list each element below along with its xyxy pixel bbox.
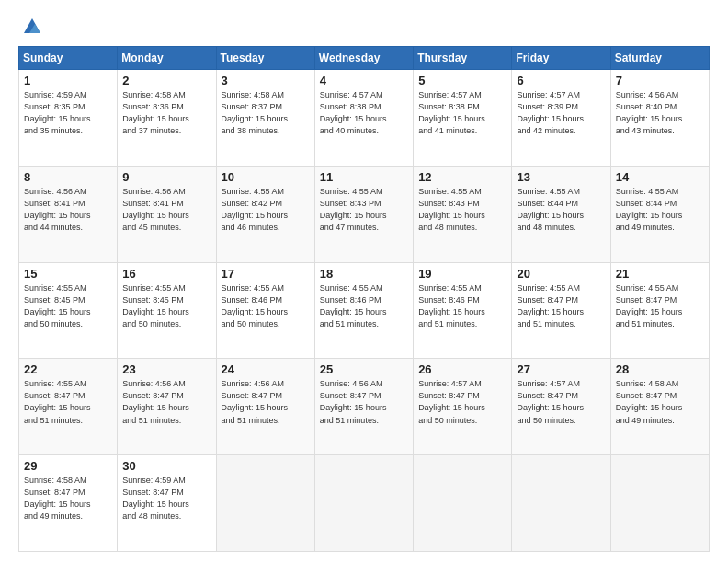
day-number: 9 <box>122 170 210 184</box>
calendar-cell: 14 Sunrise: 4:55 AMSunset: 8:44 PMDaylig… <box>610 166 709 262</box>
day-info: Sunrise: 4:56 AMSunset: 8:47 PMDaylight:… <box>122 379 189 424</box>
day-info: Sunrise: 4:59 AMSunset: 8:47 PMDaylight:… <box>122 476 189 521</box>
calendar-cell: 21 Sunrise: 4:55 AMSunset: 8:47 PMDaylig… <box>610 262 709 359</box>
calendar-cell: 8 Sunrise: 4:56 AMSunset: 8:41 PMDayligh… <box>19 166 118 262</box>
day-number: 2 <box>122 74 210 87</box>
calendar-cell: 2 Sunrise: 4:58 AMSunset: 8:36 PMDayligh… <box>118 70 216 167</box>
day-info: Sunrise: 4:57 AMSunset: 8:47 PMDaylight:… <box>517 379 584 424</box>
calendar-cell: 7 Sunrise: 4:56 AMSunset: 8:40 PMDayligh… <box>610 70 709 167</box>
day-number: 26 <box>418 362 506 376</box>
day-info: Sunrise: 4:55 AMSunset: 8:46 PMDaylight:… <box>320 283 387 328</box>
calendar-cell: 10 Sunrise: 4:55 AMSunset: 8:42 PMDaylig… <box>216 166 314 262</box>
calendar-week-row: 1 Sunrise: 4:59 AMSunset: 8:35 PMDayligh… <box>19 70 710 167</box>
calendar-cell: 19 Sunrise: 4:55 AMSunset: 8:46 PMDaylig… <box>414 262 512 359</box>
day-number: 10 <box>222 170 310 184</box>
day-number: 28 <box>616 362 704 376</box>
day-number: 19 <box>418 267 506 281</box>
day-info: Sunrise: 4:57 AMSunset: 8:38 PMDaylight:… <box>418 90 485 135</box>
day-number: 23 <box>122 362 210 376</box>
day-info: Sunrise: 4:55 AMSunset: 8:45 PMDaylight:… <box>122 283 189 328</box>
day-info: Sunrise: 4:55 AMSunset: 8:47 PMDaylight:… <box>24 379 91 424</box>
day-number: 13 <box>517 170 605 184</box>
calendar-cell: 23 Sunrise: 4:56 AMSunset: 8:47 PMDaylig… <box>118 359 216 455</box>
day-number: 18 <box>320 267 408 281</box>
calendar-cell: 28 Sunrise: 4:58 AMSunset: 8:47 PMDaylig… <box>610 359 709 455</box>
calendar-header-row: SundayMondayTuesdayWednesdayThursdayFrid… <box>19 47 710 70</box>
calendar-cell: 15 Sunrise: 4:55 AMSunset: 8:45 PMDaylig… <box>19 262 118 359</box>
calendar-week-row: 15 Sunrise: 4:55 AMSunset: 8:45 PMDaylig… <box>19 262 710 359</box>
day-info: Sunrise: 4:56 AMSunset: 8:47 PMDaylight:… <box>320 379 387 424</box>
day-number: 15 <box>24 267 112 281</box>
day-number: 12 <box>418 170 506 184</box>
calendar-cell: 1 Sunrise: 4:59 AMSunset: 8:35 PMDayligh… <box>19 70 118 167</box>
calendar-cell: 18 Sunrise: 4:55 AMSunset: 8:46 PMDaylig… <box>314 262 413 359</box>
day-info: Sunrise: 4:55 AMSunset: 8:47 PMDaylight:… <box>616 283 683 328</box>
calendar-cell <box>610 455 709 552</box>
day-number: 14 <box>616 170 704 184</box>
logo <box>18 17 42 37</box>
weekday-header: Friday <box>512 47 610 70</box>
day-number: 27 <box>517 362 605 376</box>
calendar-cell: 4 Sunrise: 4:57 AMSunset: 8:38 PMDayligh… <box>314 70 413 167</box>
day-number: 30 <box>122 459 210 473</box>
day-number: 4 <box>320 74 408 87</box>
day-info: Sunrise: 4:55 AMSunset: 8:42 PMDaylight:… <box>222 187 289 232</box>
weekday-header: Sunday <box>19 47 118 70</box>
day-number: 16 <box>122 267 210 281</box>
day-info: Sunrise: 4:56 AMSunset: 8:41 PMDaylight:… <box>24 187 91 232</box>
day-number: 25 <box>320 362 408 376</box>
day-info: Sunrise: 4:55 AMSunset: 8:46 PMDaylight:… <box>222 283 289 328</box>
weekday-header: Tuesday <box>216 47 314 70</box>
day-info: Sunrise: 4:56 AMSunset: 8:47 PMDaylight:… <box>222 379 289 424</box>
header <box>18 17 710 37</box>
calendar-cell: 17 Sunrise: 4:55 AMSunset: 8:46 PMDaylig… <box>216 262 314 359</box>
day-info: Sunrise: 4:57 AMSunset: 8:38 PMDaylight:… <box>320 90 387 135</box>
day-info: Sunrise: 4:58 AMSunset: 8:47 PMDaylight:… <box>616 379 683 424</box>
calendar-cell: 29 Sunrise: 4:58 AMSunset: 8:47 PMDaylig… <box>19 455 118 552</box>
calendar-cell: 25 Sunrise: 4:56 AMSunset: 8:47 PMDaylig… <box>314 359 413 455</box>
calendar-cell <box>512 455 610 552</box>
calendar-cell: 6 Sunrise: 4:57 AMSunset: 8:39 PMDayligh… <box>512 70 610 167</box>
day-number: 29 <box>24 459 112 473</box>
day-info: Sunrise: 4:55 AMSunset: 8:46 PMDaylight:… <box>418 283 485 328</box>
calendar-cell: 11 Sunrise: 4:55 AMSunset: 8:43 PMDaylig… <box>314 166 413 262</box>
calendar-cell: 9 Sunrise: 4:56 AMSunset: 8:41 PMDayligh… <box>118 166 216 262</box>
day-number: 1 <box>24 74 112 87</box>
day-info: Sunrise: 4:56 AMSunset: 8:40 PMDaylight:… <box>616 90 683 135</box>
day-number: 6 <box>517 74 605 87</box>
day-number: 22 <box>24 362 112 376</box>
calendar-cell: 5 Sunrise: 4:57 AMSunset: 8:38 PMDayligh… <box>414 70 512 167</box>
calendar-cell: 3 Sunrise: 4:58 AMSunset: 8:37 PMDayligh… <box>216 70 314 167</box>
calendar-week-row: 29 Sunrise: 4:58 AMSunset: 8:47 PMDaylig… <box>19 455 710 552</box>
day-number: 5 <box>418 74 506 87</box>
calendar-week-row: 22 Sunrise: 4:55 AMSunset: 8:47 PMDaylig… <box>19 359 710 455</box>
weekday-header: Saturday <box>610 47 709 70</box>
calendar-table: SundayMondayTuesdayWednesdayThursdayFrid… <box>18 46 710 552</box>
calendar-cell: 12 Sunrise: 4:55 AMSunset: 8:43 PMDaylig… <box>414 166 512 262</box>
weekday-header: Wednesday <box>314 47 413 70</box>
calendar-cell: 24 Sunrise: 4:56 AMSunset: 8:47 PMDaylig… <box>216 359 314 455</box>
day-number: 3 <box>222 74 310 87</box>
day-number: 11 <box>320 170 408 184</box>
calendar-cell: 16 Sunrise: 4:55 AMSunset: 8:45 PMDaylig… <box>118 262 216 359</box>
day-info: Sunrise: 4:56 AMSunset: 8:41 PMDaylight:… <box>122 187 189 232</box>
calendar-cell: 26 Sunrise: 4:57 AMSunset: 8:47 PMDaylig… <box>414 359 512 455</box>
day-info: Sunrise: 4:57 AMSunset: 8:47 PMDaylight:… <box>418 379 485 424</box>
calendar-cell: 27 Sunrise: 4:57 AMSunset: 8:47 PMDaylig… <box>512 359 610 455</box>
day-number: 17 <box>222 267 310 281</box>
day-info: Sunrise: 4:58 AMSunset: 8:36 PMDaylight:… <box>122 90 189 135</box>
day-number: 20 <box>517 267 605 281</box>
day-number: 8 <box>24 170 112 184</box>
calendar-cell <box>314 455 413 552</box>
calendar-cell <box>414 455 512 552</box>
logo-icon <box>22 17 42 37</box>
day-info: Sunrise: 4:58 AMSunset: 8:37 PMDaylight:… <box>222 90 289 135</box>
day-info: Sunrise: 4:58 AMSunset: 8:47 PMDaylight:… <box>24 476 91 521</box>
day-info: Sunrise: 4:55 AMSunset: 8:43 PMDaylight:… <box>418 187 485 232</box>
calendar-cell: 30 Sunrise: 4:59 AMSunset: 8:47 PMDaylig… <box>118 455 216 552</box>
day-info: Sunrise: 4:57 AMSunset: 8:39 PMDaylight:… <box>517 90 584 135</box>
day-info: Sunrise: 4:55 AMSunset: 8:47 PMDaylight:… <box>517 283 584 328</box>
weekday-header: Thursday <box>414 47 512 70</box>
calendar-cell <box>216 455 314 552</box>
day-info: Sunrise: 4:55 AMSunset: 8:44 PMDaylight:… <box>517 187 584 232</box>
